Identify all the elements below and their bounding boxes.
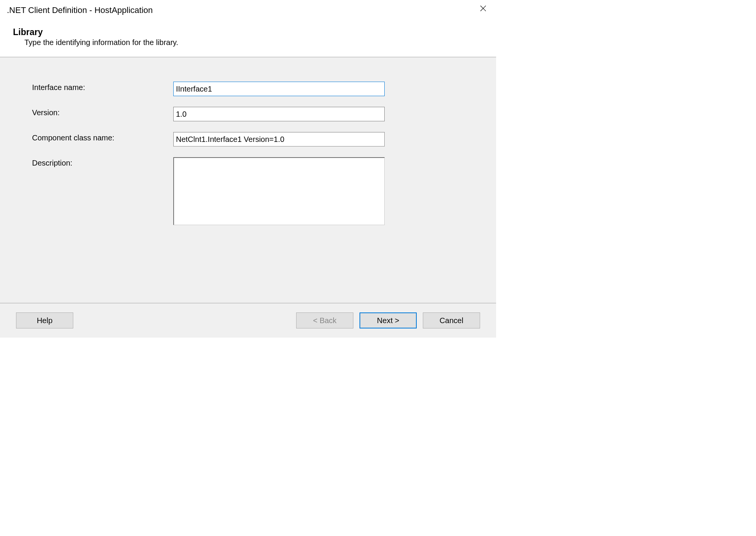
page-subtitle: Type the identifying information for the… [24,38,489,47]
page-title: Library [13,27,489,37]
interface-name-row: Interface name: [32,82,484,96]
next-button[interactable]: Next > [359,312,417,328]
form-area: Interface name: Version: Component class… [0,57,496,303]
titlebar: .NET Client Definition - HostApplication [0,0,496,16]
version-input[interactable] [173,107,385,121]
version-label: Version: [32,107,173,117]
interface-name-input[interactable] [173,82,385,96]
close-icon[interactable] [477,4,489,14]
description-textarea[interactable] [173,157,385,225]
version-row: Version: [32,107,484,121]
cancel-button[interactable]: Cancel [423,312,480,328]
component-class-name-label: Component class name: [32,132,173,142]
component-class-name-input [173,132,385,146]
button-bar: Help < Back Next > Cancel [0,303,496,338]
back-button: < Back [296,312,353,328]
help-button[interactable]: Help [16,312,73,328]
component-class-name-row: Component class name: [32,132,484,146]
description-row: Description: [32,157,484,225]
page-header: Library Type the identifying information… [0,16,496,55]
interface-name-label: Interface name: [32,82,173,92]
description-label: Description: [32,157,173,167]
window-title: .NET Client Definition - HostApplication [7,5,153,15]
